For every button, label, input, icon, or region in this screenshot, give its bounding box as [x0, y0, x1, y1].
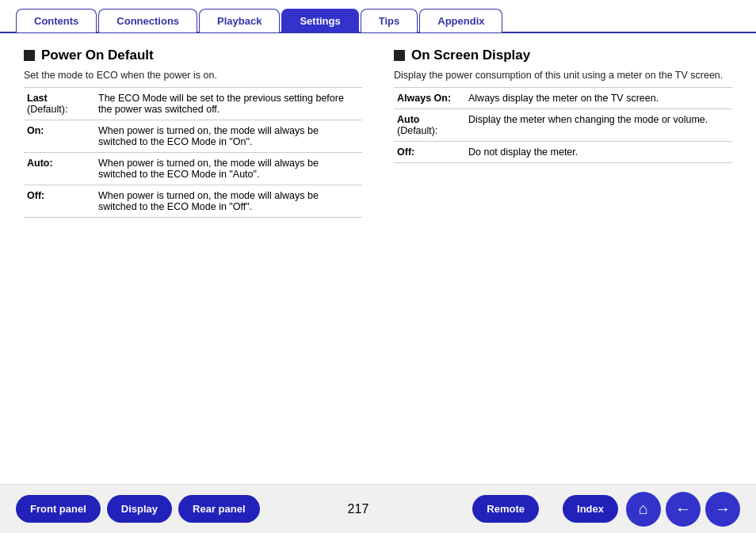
row-value: Always display the meter on the TV scree… — [465, 88, 732, 109]
table-row: Always On:Always display the meter on th… — [394, 88, 732, 109]
right-settings-table: Always On:Always display the meter on th… — [394, 87, 732, 163]
tab-playback[interactable]: Playback — [199, 9, 280, 32]
right-section-desc: Display the power consumption of this un… — [394, 70, 732, 81]
row-key: On: — [24, 120, 95, 153]
tab-appendix[interactable]: Appendix — [419, 9, 502, 32]
display-button[interactable]: Display — [107, 495, 172, 523]
right-section: On Screen Display Display the power cons… — [394, 48, 732, 218]
row-value: When power is turned on, the mode will a… — [95, 153, 362, 185]
table-row: On:When power is turned on, the mode wil… — [24, 120, 362, 153]
tab-connections[interactable]: Connections — [98, 9, 197, 32]
left-section-header: Power On Default — [24, 48, 362, 63]
left-section: Power On Default Set the mode to ECO whe… — [24, 48, 362, 218]
index-button[interactable]: Index — [563, 495, 618, 523]
right-section-title: On Screen Display — [411, 48, 530, 63]
page-number: 217 — [268, 502, 449, 516]
row-key: Auto(Default): — [394, 109, 465, 142]
table-row: Off:When power is turned on, the mode wi… — [24, 185, 362, 218]
row-key: Always On: — [394, 88, 465, 109]
table-row: Auto(Default):Display the meter when cha… — [394, 109, 732, 142]
row-value: The ECO Mode will be set to the previous… — [95, 88, 362, 120]
back-button[interactable]: ← — [666, 492, 701, 527]
table-row: Last(Default):The ECO Mode will be set t… — [24, 88, 362, 120]
table-row: Off:Do not display the meter. — [394, 142, 732, 163]
main-content: Power On Default Set the mode to ECO whe… — [0, 33, 756, 226]
bottom-left-buttons: Front panel Display Rear panel — [16, 495, 260, 523]
table-row: Auto:When power is turned on, the mode w… — [24, 153, 362, 185]
right-section-icon — [394, 50, 405, 61]
row-key: Last(Default): — [24, 88, 95, 120]
nav-tabs: Contents Connections Playback Settings T… — [0, 0, 756, 33]
home-button[interactable]: ⌂ — [626, 492, 661, 527]
rear-panel-button[interactable]: Rear panel — [178, 495, 259, 523]
row-value: When power is turned on, the mode will a… — [95, 185, 362, 218]
remote-button[interactable]: Remote — [472, 495, 539, 523]
row-value: Display the meter when changing the mode… — [465, 109, 732, 142]
forward-button[interactable]: → — [705, 492, 740, 527]
left-section-icon — [24, 50, 35, 61]
front-panel-button[interactable]: Front panel — [16, 495, 101, 523]
row-key: Off: — [394, 142, 465, 163]
row-key: Off: — [24, 185, 95, 218]
tab-tips[interactable]: Tips — [361, 9, 418, 32]
right-section-header: On Screen Display — [394, 48, 732, 63]
tab-settings[interactable]: Settings — [281, 9, 358, 32]
row-value: Do not display the meter. — [465, 142, 732, 163]
left-settings-table: Last(Default):The ECO Mode will be set t… — [24, 87, 362, 218]
left-section-title: Power On Default — [41, 48, 154, 63]
bottom-right-buttons: ⌂ ← → — [626, 492, 740, 527]
bottom-bar: Front panel Display Rear panel 217 Remot… — [0, 484, 756, 533]
left-section-desc: Set the mode to ECO when the power is on… — [24, 70, 362, 81]
tab-contents[interactable]: Contents — [16, 9, 97, 32]
row-value: When power is turned on, the mode will a… — [95, 120, 362, 153]
row-key: Auto: — [24, 153, 95, 185]
bottom-mid: 217 Remote Index — [268, 495, 618, 523]
